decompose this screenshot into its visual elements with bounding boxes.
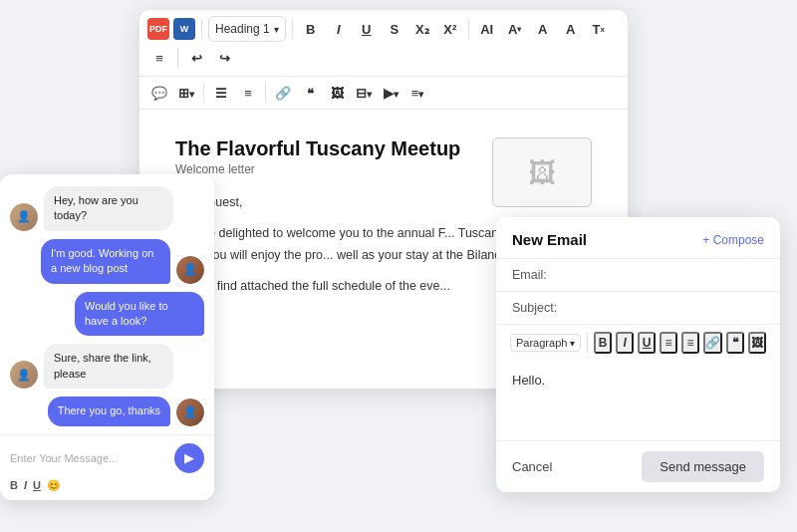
align-button[interactable]: ≡ [147, 46, 171, 70]
email-title: New Email [512, 231, 587, 248]
speech-bubble-button[interactable]: 💬 [147, 81, 171, 105]
email-header: New Email + Compose [496, 217, 780, 258]
superscript-button[interactable]: X² [438, 17, 462, 41]
redo-button[interactable]: ↪ [212, 46, 236, 70]
avatar-inner-5: 👤 [176, 399, 204, 426]
paragraph-chevron-icon [570, 337, 575, 349]
chat-row-4: 👤 Sure, share the link, please [10, 344, 204, 389]
email-body-text: Hello. [512, 373, 545, 388]
strikethrough-button[interactable]: S [383, 17, 406, 41]
font-color-button[interactable]: A [531, 17, 555, 41]
email-paragraph-select[interactable]: Paragraph [510, 334, 581, 352]
chat-input-placeholder[interactable]: Enter Your Message... [10, 448, 168, 468]
doc-toolbar-row2: 💬 ⊞ ☰ ≡ 🔗 ❝ 🖼 ⊟ ▶ ≡ [139, 77, 628, 110]
chat-row-1: 👤 Hey, how are you today? [10, 186, 204, 231]
embed-button[interactable]: ▶ [379, 81, 402, 105]
image-placeholder-icon: 🖼 [528, 156, 556, 189]
word-button[interactable]: W [173, 18, 195, 40]
email-body-area[interactable]: Hello. [496, 361, 780, 440]
chat-row-5: There you go, thanks 👤 [10, 397, 204, 425]
email-bold-button[interactable]: B [594, 332, 612, 354]
ordered-list-button[interactable]: ≡ [236, 81, 260, 105]
list-button[interactable]: ☰ [209, 81, 233, 105]
heading-select[interactable]: Heading 1 [208, 16, 286, 42]
email-italic-button[interactable]: I [616, 332, 634, 354]
underline-button[interactable]: U [355, 17, 379, 41]
avatar-2: 👤 [176, 256, 204, 284]
send-arrow-icon: ▶ [184, 450, 194, 465]
avatar-5: 👤 [176, 399, 204, 426]
pdf-button[interactable]: PDF [147, 18, 169, 40]
bold-button[interactable]: B [299, 17, 323, 41]
email-quote-button[interactable]: ❝ [726, 332, 744, 354]
email-format-toolbar: Paragraph B I U ≡ ≡ 🔗 ❝ 🖼 [496, 324, 780, 361]
insert-button[interactable]: ⊞ [174, 81, 198, 105]
chat-bubble-4: Sure, share the link, please [44, 344, 173, 389]
email-footer: Cancel Send message [496, 440, 780, 492]
chat-bubble-3: Would you like to have a look? [75, 292, 204, 337]
blockquote-button[interactable]: ❝ [298, 81, 322, 105]
email-cancel-button[interactable]: Cancel [512, 459, 552, 474]
ai-button[interactable]: AI [475, 17, 499, 41]
chat-underline-button[interactable]: U [33, 479, 41, 491]
doc-toolbar-row1: PDF W Heading 1 B I U S X₂ X² AI A▾ A A … [139, 10, 628, 77]
chat-bubble-5: There you go, thanks [48, 397, 170, 425]
avatar-inner-4: 👤 [10, 361, 38, 389]
image-button[interactable]: 🖼 [325, 81, 349, 105]
email-toolbar-divider [587, 333, 588, 353]
font-size-button[interactable]: A▾ [503, 17, 527, 41]
avatar-4: 👤 [10, 361, 38, 389]
email-underline-button[interactable]: U [638, 332, 656, 354]
avatar-inner-2: 👤 [176, 256, 204, 284]
chat-emoji-button[interactable]: 😊 [47, 479, 61, 492]
chat-input-area: Enter Your Message... ▶ B I U 😊 [0, 434, 214, 500]
subscript-button[interactable]: X₂ [410, 17, 434, 41]
chat-row-2: I'm good. Working on a new blog post 👤 [10, 239, 204, 284]
chat-bold-button[interactable]: B [10, 479, 18, 491]
chat-row-3: Would you like to have a look? [10, 292, 204, 337]
chat-widget: 👤 Hey, how are you today? I'm good. Work… [0, 174, 214, 500]
italic-button[interactable]: I [327, 17, 351, 41]
email-image-button[interactable]: 🖼 [748, 332, 766, 354]
email-field-to[interactable]: Email: [496, 258, 780, 291]
chat-bubble-1: Hey, how are you today? [44, 186, 173, 231]
doc-image-placeholder: 🖼 [492, 137, 592, 207]
avatar-inner-1: 👤 [10, 203, 38, 231]
link-button[interactable]: 🔗 [271, 81, 295, 105]
email-link-button[interactable]: 🔗 [703, 332, 722, 354]
avatar-1: 👤 [10, 203, 38, 231]
email-ordered-list-button[interactable]: ≡ [681, 332, 699, 354]
email-compose-panel: New Email + Compose Email: Subject: Para… [496, 217, 780, 492]
divider6 [265, 83, 266, 103]
chat-italic-button[interactable]: I [24, 479, 27, 491]
chat-messages-area: 👤 Hey, how are you today? I'm good. Work… [0, 174, 214, 434]
divider5 [203, 83, 204, 103]
undo-button[interactable]: ↩ [184, 46, 208, 70]
toolbar-divider3 [468, 19, 469, 39]
email-list-button[interactable]: ≡ [660, 332, 677, 354]
heading-chevron-icon [274, 22, 279, 36]
table-button[interactable]: ⊟ [352, 81, 376, 105]
email-label: Email: [512, 268, 562, 282]
toolbar-divider4 [177, 48, 178, 68]
chat-send-button[interactable]: ▶ [174, 443, 204, 473]
paragraph-select-label: Paragraph [516, 337, 567, 349]
chat-bubble-2: I'm good. Working on a new blog post [41, 239, 170, 284]
subject-label: Subject: [512, 301, 562, 315]
chat-format-row: B I U 😊 [10, 473, 204, 492]
clear-format-button[interactable]: Tx [587, 17, 611, 41]
toolbar-divider [201, 19, 202, 39]
toolbar-divider2 [292, 19, 293, 39]
email-send-button[interactable]: Send message [642, 451, 764, 482]
highlight-button[interactable]: A [559, 17, 583, 41]
more-button[interactable]: ≡ [405, 81, 429, 105]
email-field-subject[interactable]: Subject: [496, 291, 780, 324]
chat-input-row: Enter Your Message... ▶ [10, 443, 204, 473]
email-compose-link[interactable]: + Compose [702, 233, 764, 247]
heading-select-label: Heading 1 [215, 22, 270, 36]
